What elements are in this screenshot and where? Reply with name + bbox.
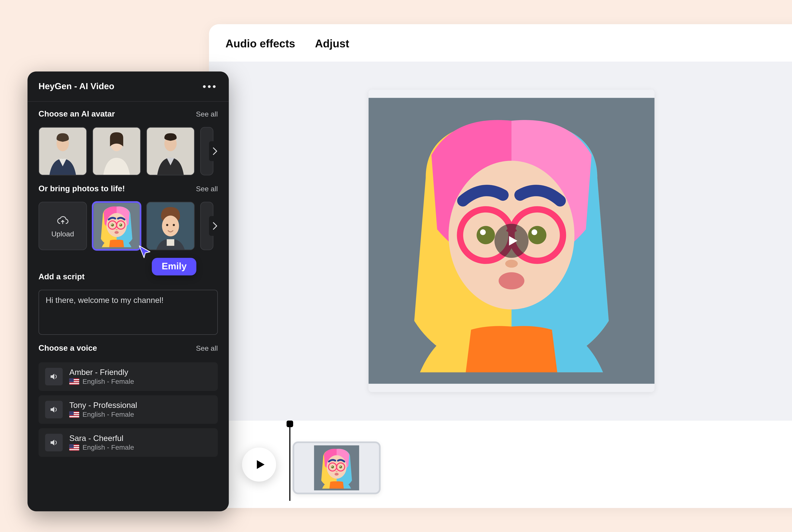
panel-more-menu[interactable]: [201, 83, 218, 90]
voice-lang: English - Female: [69, 444, 134, 451]
speaker-icon: [45, 401, 63, 418]
tab-adjust[interactable]: Adjust: [315, 37, 349, 50]
photo-card-emily[interactable]: [92, 202, 141, 250]
voice-name: Sara - Cheerful: [69, 434, 134, 443]
voice-item-amber[interactable]: Amber - Friendly English - Female: [38, 362, 218, 391]
avatars-section-header: Choose an AI avatar See all: [38, 109, 218, 118]
chevron-right-icon: [213, 147, 217, 155]
photos-section-header: Or bring photos to life! See all: [38, 184, 218, 193]
script-input[interactable]: [38, 290, 218, 335]
tab-audio-effects[interactable]: Audio effects: [226, 37, 295, 50]
photo-upload-button[interactable]: Upload: [38, 202, 87, 250]
play-icon: [253, 458, 266, 471]
script-heading: Add a script: [38, 272, 218, 281]
voice-name: Amber - Friendly: [69, 368, 134, 377]
voice-list: Amber - Friendly English - Female Tony -…: [38, 362, 218, 457]
upload-label: Upload: [51, 230, 74, 238]
voices-heading: Choose a voice: [38, 344, 97, 353]
editor-window: Audio effects Adjust: [209, 24, 792, 508]
clip-thumbnail: [297, 445, 377, 491]
more-dots-icon: [203, 85, 206, 88]
avatar-card-2[interactable]: [92, 127, 141, 175]
cloud-upload-icon: [57, 214, 69, 226]
editor-tabs: Audio effects Adjust: [209, 24, 792, 62]
timeline-clip[interactable]: [293, 441, 381, 494]
voice-name: Tony - Professional: [69, 401, 137, 410]
voices-section-header: Choose a voice See all: [38, 344, 218, 353]
photos-row: Upload: [38, 202, 218, 250]
panel-title: HeyGen - AI Video: [38, 81, 114, 91]
canvas-play-button[interactable]: [494, 224, 529, 258]
panel-header: HeyGen - AI Video: [27, 71, 229, 102]
voice-item-tony[interactable]: Tony - Professional English - Female: [38, 395, 218, 424]
flag-us-icon: [69, 444, 79, 451]
photos-scroll-right[interactable]: [209, 216, 221, 236]
voices-see-all[interactable]: See all: [196, 344, 218, 353]
avatar-card-1[interactable]: [38, 127, 87, 175]
avatars-row: [38, 127, 218, 175]
timeline[interactable]: [209, 420, 792, 508]
avatars-heading: Choose an AI avatar: [38, 109, 115, 118]
voice-lang: English - Female: [69, 411, 137, 418]
photos-heading: Or bring photos to life!: [38, 184, 125, 193]
canvas-area[interactable]: [209, 62, 792, 420]
photo-card-boy[interactable]: [146, 202, 195, 250]
timeline-play-button[interactable]: [242, 447, 276, 481]
avatar-card-3[interactable]: [146, 127, 195, 175]
voice-item-sara[interactable]: Sara - Cheerful English - Female: [38, 428, 218, 457]
voice-lang: English - Female: [69, 378, 134, 385]
speaker-icon: [45, 434, 63, 451]
avatars-see-all[interactable]: See all: [196, 110, 218, 118]
speaker-icon: [45, 368, 63, 385]
avatars-scroll-right[interactable]: [209, 141, 221, 161]
photos-see-all[interactable]: See all: [196, 185, 218, 193]
flag-us-icon: [69, 378, 79, 385]
chevron-right-icon: [213, 222, 217, 230]
heygen-panel: HeyGen - AI Video Choose an AI avatar Se…: [27, 71, 229, 511]
canvas-media[interactable]: [369, 90, 655, 392]
play-icon: [506, 234, 520, 248]
flag-us-icon: [69, 411, 79, 418]
timeline-playhead[interactable]: [289, 424, 290, 501]
